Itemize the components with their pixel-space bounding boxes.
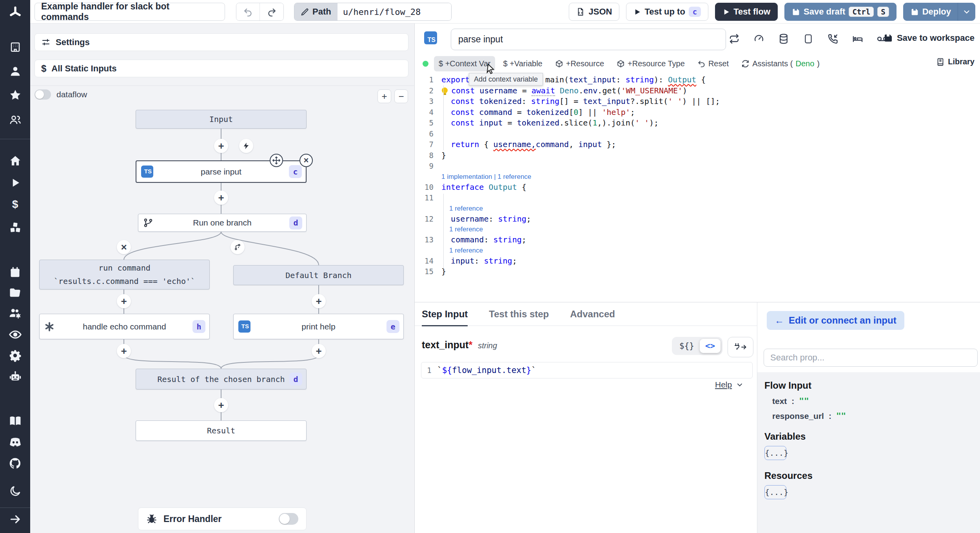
cubes-icon[interactable] [8,220,22,235]
save-icon [792,8,800,16]
code-line[interactable]: 12 username: string; [415,214,980,225]
gauge-icon[interactable] [753,33,765,45]
code-line[interactable]: 7 return { username,command, input }; [415,139,980,150]
code-lens[interactable]: 1 reference [415,224,980,235]
github-icon[interactable] [8,456,22,470]
undo-icon [697,60,706,68]
topbar-actions: JSON Test up to c Test flow Save draft C… [569,3,975,21]
trigger-lightning-button[interactable] [239,139,253,153]
step-name-input[interactable] [451,29,726,50]
arrow-right-icon[interactable] [8,512,22,526]
add-branch-button[interactable] [230,240,245,254]
tab-test-this-step[interactable]: Test this step [489,302,549,326]
assistants-button[interactable]: Assistants (Deno) [737,56,824,71]
template-mode-button[interactable]: ${} [674,339,700,353]
code-line[interactable]: 13 command: string; [415,235,980,246]
building-icon[interactable] [8,40,22,54]
user-icon[interactable] [8,64,22,78]
flow-title-input[interactable]: Example handler for slack bot commands [34,3,225,21]
users-gear-icon[interactable] [8,306,22,320]
library-button[interactable]: Library [936,57,975,66]
prop-row-text[interactable]: text:"" [772,397,973,406]
save-icon [911,8,919,16]
play-icon[interactable] [8,176,22,190]
lightbulb-icon[interactable] [442,87,448,93]
moon-icon[interactable] [8,484,22,498]
gear-icon[interactable] [8,348,22,362]
path-control[interactable]: Path [294,3,452,21]
path-input[interactable] [338,3,452,20]
test-up-to-button[interactable]: Test up to c [626,3,708,21]
discord-icon[interactable] [8,435,22,449]
calendar-icon[interactable] [8,265,22,279]
dollar-icon[interactable]: $ [8,197,22,211]
code-lines[interactable]: 1export async function main(text_input: … [415,75,980,277]
code-line[interactable]: 10interface Output { [415,182,980,193]
code-lens[interactable]: 1 implementation | 1 reference [415,172,980,182]
move-step-button[interactable] [270,154,283,167]
bed-icon[interactable] [852,33,864,45]
prop-row-response-url[interactable]: response_url:"" [772,411,973,421]
expression-editor[interactable]: 1 `${flow_input.text}` [421,362,753,378]
resources-expand-button[interactable]: {...} [764,485,786,499]
kbd-ctrl: Ctrl [849,7,874,17]
repeat-icon[interactable] [728,33,740,45]
code-line[interactable]: 11 [415,193,980,204]
code-line[interactable]: 15} [415,266,980,277]
code-line[interactable]: 4 const command = tokenized[0] || 'help'… [415,107,980,118]
add-resource-type-button[interactable]: +Resource Type [612,56,690,71]
move-icon [272,156,281,165]
help-link[interactable]: Help [715,380,744,389]
windmill-logo-icon[interactable] [7,5,23,20]
add-resource-button[interactable]: +Resource [550,56,609,71]
sidebar-divider [0,139,30,139]
add-step-button[interactable]: + [117,344,131,358]
phone-incoming-icon[interactable] [827,33,839,45]
eye-icon[interactable] [8,327,22,342]
test-flow-button[interactable]: Test flow [715,3,778,21]
code-mode-button[interactable]: <> [700,339,720,353]
code-line[interactable]: 14 input: string; [415,256,980,267]
code-line[interactable]: 2const username = await Deno.env.get('WM… [415,85,980,96]
connect-input-button[interactable] [728,337,753,357]
code-line[interactable]: 5 const input = tokenized.slice(1,).join… [415,118,980,129]
add-step-button[interactable]: + [214,139,228,153]
book-icon[interactable] [8,414,22,428]
add-step-button[interactable]: + [312,344,326,358]
code-line[interactable]: 9 [415,161,980,172]
tab-advanced[interactable]: Advanced [570,302,615,326]
add-step-button[interactable]: + [214,398,228,412]
save-to-workspace-button[interactable]: Save to workspace [884,33,975,43]
star-icon[interactable] [8,88,22,102]
edit-or-connect-button[interactable]: ← Edit or connect an input [767,311,904,330]
save-draft-button[interactable]: Save draft Ctrl S [784,3,897,21]
code-line[interactable]: 3 const tokenized: string[] = text_input… [415,96,980,107]
code-line[interactable]: 6 [415,129,980,140]
search-prop-input[interactable] [764,349,978,367]
robot-icon[interactable] [8,369,22,384]
users-icon[interactable] [8,113,22,127]
database-icon[interactable] [778,33,789,45]
code-lens[interactable]: 1 reference [415,204,980,214]
add-step-button[interactable]: + [312,294,326,308]
add-step-button[interactable]: + [117,294,131,308]
pencil-icon [301,7,309,16]
reset-button[interactable]: Reset [693,56,733,71]
delete-step-button[interactable]: × [299,154,313,167]
chevron-down-icon[interactable] [962,7,971,16]
tab-step-input[interactable]: Step Input [422,302,468,326]
code-line[interactable]: 8} [415,150,980,161]
add-variable-button[interactable]: $ +Variable [498,56,547,71]
plug-arrow-icon [734,342,747,352]
redo-button[interactable] [260,3,283,20]
add-step-button[interactable]: + [214,191,228,205]
remove-branch-button[interactable]: × [117,240,131,254]
folder-icon[interactable] [8,286,22,300]
json-button[interactable]: JSON [569,3,619,21]
home-icon[interactable] [8,154,22,168]
undo-button[interactable] [236,3,260,20]
deploy-button[interactable]: Deploy [903,3,975,21]
window-icon[interactable] [802,33,814,45]
variables-expand-button[interactable]: {...} [764,446,786,460]
code-lens[interactable]: 1 reference [415,246,980,256]
